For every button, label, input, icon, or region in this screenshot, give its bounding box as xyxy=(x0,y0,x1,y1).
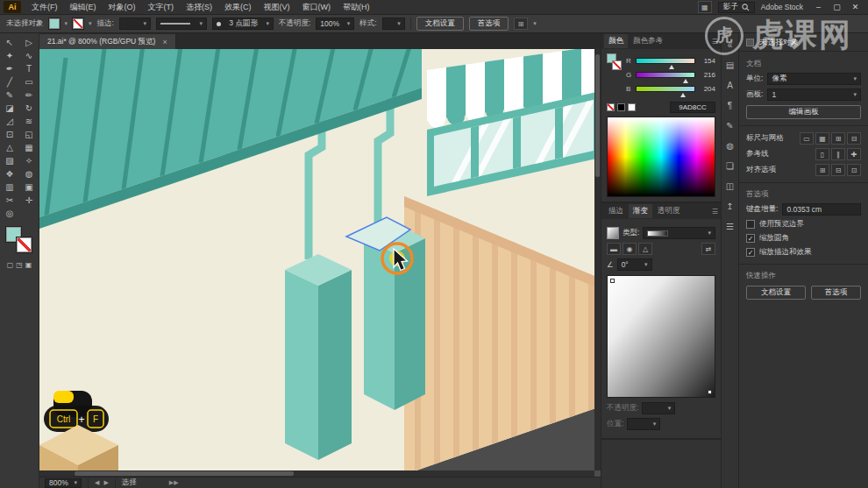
eyedropper-tool-icon[interactable]: ✧ xyxy=(19,154,39,167)
artboards-panel-icon[interactable]: ▤ xyxy=(722,55,738,75)
free-transform-tool-icon[interactable]: ⊡ xyxy=(0,128,19,141)
gradient-type-dropdown[interactable]: ▾ xyxy=(643,227,715,239)
tab-transparency[interactable]: 透明度 xyxy=(653,204,685,218)
panel-stroke-swatch[interactable] xyxy=(612,60,622,70)
unit-dropdown[interactable]: 像素▾ xyxy=(767,73,861,85)
asset-export-panel-icon[interactable]: ↥ xyxy=(722,196,738,216)
adobe-stock-link[interactable]: Adobe Stock xyxy=(761,3,803,11)
preferences-button[interactable]: 首选项 xyxy=(469,17,509,31)
character-panel-icon[interactable]: A xyxy=(722,75,738,95)
links-panel-icon[interactable]: ◫ xyxy=(722,176,738,196)
snap-to-glyph-icon[interactable]: ⊡ xyxy=(847,164,861,176)
symbol-sprayer-tool-icon[interactable]: ◍ xyxy=(19,167,39,180)
show-guides-icon[interactable]: ▯ xyxy=(815,148,829,160)
snap-to-pixel-icon[interactable]: ⊟ xyxy=(831,164,845,176)
mesh-tool-icon[interactable]: ▦ xyxy=(19,141,39,154)
gradient-position-dropdown[interactable]: ▾ xyxy=(627,418,660,430)
style-dropdown[interactable]: ▾ xyxy=(382,18,405,30)
scale-tool-icon[interactable]: ◿ xyxy=(0,115,19,128)
menu-item[interactable]: 文字(T) xyxy=(142,0,181,14)
artwork[interactable]: Ctrl + F xyxy=(39,49,601,470)
show-rulers-icon[interactable]: ▭ xyxy=(800,132,814,145)
pixel-grid-icon[interactable]: ⊟ xyxy=(847,132,861,145)
prev-artboard-icon[interactable]: ◀ xyxy=(95,479,99,486)
paintbrush-tool-icon[interactable]: ✎ xyxy=(0,88,19,102)
white-swatch[interactable] xyxy=(628,103,636,111)
checkbox[interactable]: ✓ xyxy=(746,234,755,243)
hex-value-field[interactable]: 9AD8CC xyxy=(670,102,715,113)
green-slider[interactable] xyxy=(636,72,695,78)
duct-box-left[interactable] xyxy=(285,254,352,460)
gradient-swatch[interactable] xyxy=(607,227,619,239)
none-swatch[interactable] xyxy=(607,103,615,111)
tab-color[interactable]: 颜色 xyxy=(604,34,628,48)
pencil-tool-icon[interactable]: ✏ xyxy=(19,88,39,102)
keyboard-increment-field[interactable]: 0.0353 cm xyxy=(782,203,861,216)
tab-close-icon[interactable]: × xyxy=(162,38,167,46)
restore-button[interactable]: ▢ xyxy=(828,0,846,14)
horizontal-scrollbar-thumb[interactable] xyxy=(75,471,294,476)
snap-grid-icon[interactable]: ⊞ xyxy=(831,132,845,145)
zoom-tool-icon[interactable]: ◎ xyxy=(0,207,19,220)
perspective-grid-tool-icon[interactable]: △ xyxy=(0,141,19,154)
eraser-tool-icon[interactable]: ◪ xyxy=(0,102,19,115)
lock-guides-icon[interactable]: ∥ xyxy=(831,148,845,160)
gradient-tool-icon[interactable]: ▨ xyxy=(0,154,19,167)
graph-tool-icon[interactable]: ▥ xyxy=(0,180,19,194)
red-slider[interactable] xyxy=(636,58,695,64)
blend-tool-icon[interactable]: ❖ xyxy=(0,167,19,180)
panel-menu-icon[interactable]: ☰ xyxy=(712,208,718,216)
symbols-panel-icon[interactable]: ◍ xyxy=(722,136,738,156)
black-swatch[interactable] xyxy=(617,103,625,111)
canvas-area[interactable]: Ctrl + F xyxy=(39,49,601,477)
blue-value[interactable]: 204 xyxy=(699,85,715,93)
tab-color-guide[interactable]: 颜色参考 xyxy=(629,34,667,48)
green-value[interactable]: 216 xyxy=(699,71,715,79)
show-grid-icon[interactable]: ▦ xyxy=(815,132,829,145)
selection-tool-icon[interactable]: ↖ xyxy=(0,36,19,49)
red-value[interactable]: 154 xyxy=(699,57,715,65)
quick-document-setup-button[interactable]: 文档设置 xyxy=(746,286,806,300)
rectangle-tool-icon[interactable]: ▭ xyxy=(19,75,39,88)
fill-color-swatch[interactable] xyxy=(49,18,60,29)
variable-width-dropdown[interactable]: ▾ xyxy=(156,18,207,30)
arrange-documents-icon[interactable]: ▦ xyxy=(698,1,712,13)
paragraph-panel-icon[interactable]: ¶ xyxy=(722,95,738,116)
artboard-tool-icon[interactable]: ▣ xyxy=(19,180,39,194)
document-setup-button[interactable]: 文档设置 xyxy=(416,17,464,31)
stroke-color-swatch[interactable] xyxy=(73,18,83,29)
draw-normal-icon[interactable]: ▢ xyxy=(7,259,14,270)
quick-preferences-button[interactable]: 首选项 xyxy=(811,286,861,300)
linear-gradient-icon[interactable]: ▬ xyxy=(607,243,621,255)
slice-tool-icon[interactable]: ✂ xyxy=(0,194,19,207)
menu-item[interactable]: 选择(S) xyxy=(180,0,218,14)
stroke-swatch[interactable] xyxy=(17,237,32,252)
hand-tool-icon[interactable]: ✛ xyxy=(19,194,39,207)
edit-artboard-button[interactable]: 编辑画板 xyxy=(746,105,861,119)
zoom-dropdown[interactable]: 800%▾ xyxy=(45,478,82,488)
menu-item[interactable]: 窗口(W) xyxy=(296,0,338,14)
artboard-dropdown[interactable]: 1▾ xyxy=(767,88,861,101)
draw-behind-icon[interactable]: ◳ xyxy=(16,259,23,270)
panel-menu-icon[interactable]: ☰ xyxy=(712,38,718,46)
make-guides-icon[interactable]: ✚ xyxy=(847,148,861,160)
vertical-scrollbar-thumb[interactable] xyxy=(595,54,600,177)
align-options-icon[interactable]: ⊞ xyxy=(514,18,528,30)
brushes-panel-icon[interactable]: ✎ xyxy=(722,116,738,136)
menu-item[interactable]: 文件(F) xyxy=(25,0,64,14)
angle-dropdown[interactable]: 0°▾ xyxy=(617,258,652,271)
draw-inside-icon[interactable]: ▣ xyxy=(25,259,32,270)
reverse-gradient-icon[interactable]: ⇄ xyxy=(701,243,715,255)
freeform-gradient-icon[interactable]: △ xyxy=(638,243,652,255)
gradient-opacity-dropdown[interactable]: ▾ xyxy=(642,402,675,414)
next-artboard-icon[interactable]: ▶ xyxy=(103,479,108,486)
snap-to-point-icon[interactable]: ⊞ xyxy=(815,164,829,176)
horizontal-scrollbar[interactable] xyxy=(39,470,594,477)
search-field[interactable]: 影子 xyxy=(718,2,755,13)
menu-item[interactable]: 编辑(E) xyxy=(64,0,103,14)
gradient-preview[interactable] xyxy=(607,275,715,398)
stroke-weight-dropdown[interactable]: ▾ xyxy=(119,18,151,30)
menu-item[interactable]: 对象(O) xyxy=(103,0,142,14)
radial-gradient-icon[interactable]: ◉ xyxy=(623,243,637,255)
checkbox[interactable] xyxy=(746,220,755,229)
